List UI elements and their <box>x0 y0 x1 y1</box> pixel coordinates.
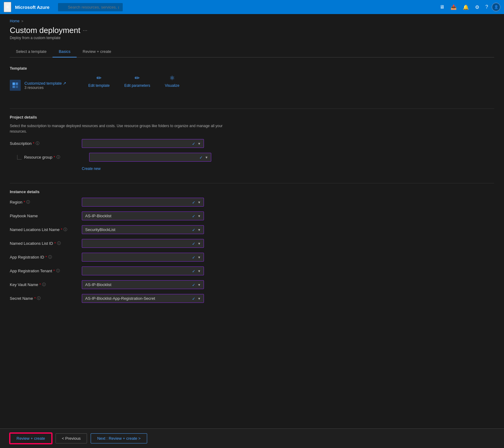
named-locations-list-id-select-wrap: ✓ ▼ <box>82 239 204 248</box>
template-section-label: Template <box>10 66 494 71</box>
resource-group-required: * <box>54 155 55 160</box>
search-input[interactable] <box>58 3 123 11</box>
brand-name: Microsoft Azure <box>15 5 49 10</box>
region-required: * <box>24 200 25 204</box>
help-icon-button[interactable]: ? <box>483 2 491 12</box>
named-locations-list-name-select-wrap: SecurityBlockList ✓ ▼ <box>82 225 204 234</box>
named-locations-list-id-select[interactable] <box>82 239 204 248</box>
visualize-button[interactable]: ⚛ Visualize <box>165 74 179 88</box>
visualize-icon: ⚛ <box>169 74 175 82</box>
svg-rect-2 <box>13 86 15 88</box>
key-vault-name-select[interactable]: AS-IP-Blocklist <box>82 280 204 289</box>
app-reg-tenant-info-icon[interactable]: ⓘ <box>56 268 60 274</box>
named-locations-list-id-row: Named Locations List ID * ⓘ ✓ ▼ <box>10 239 494 248</box>
subscription-info-icon[interactable]: ⓘ <box>36 141 39 146</box>
edit-parameters-label: Edit parameters <box>124 83 150 88</box>
create-new-link[interactable]: Create new <box>82 167 494 171</box>
breadcrumb: Home > <box>10 19 494 23</box>
key-vault-name-label: Key Vault Name * ⓘ <box>10 282 77 287</box>
secret-name-info-icon[interactable]: ⓘ <box>37 296 41 301</box>
breadcrumb-separator: > <box>21 19 23 23</box>
playbook-name-select[interactable]: AS-IP-Blocklist <box>82 211 204 220</box>
secret-name-select[interactable]: AS-IP-Blocklist-App-Registration-Secret <box>82 294 204 303</box>
app-registration-tenant-label: App Registration Tenant * ⓘ <box>10 268 77 274</box>
named-locations-id-required: * <box>54 241 56 246</box>
tab-basics[interactable]: Basics <box>53 46 76 57</box>
review-create-button[interactable]: Review + create <box>10 433 52 444</box>
tab-review-create[interactable]: Review + create <box>77 46 118 57</box>
divider-2 <box>10 183 494 183</box>
hamburger-button[interactable]: ≡ <box>4 2 11 12</box>
bell-icon-button[interactable]: 🔔 <box>460 2 471 12</box>
page-header: Custom deployment ··· Deploy from a cust… <box>10 26 494 40</box>
named-locations-list-name-label: Named Locations List Name * ⓘ <box>10 227 77 232</box>
region-select[interactable] <box>82 198 204 207</box>
bottom-bar: Review + create < Previous Next : Review… <box>0 428 504 448</box>
template-icon <box>10 80 21 91</box>
previous-button[interactable]: < Previous <box>56 433 87 443</box>
resource-group-label: Resource group * ⓘ <box>17 155 84 160</box>
app-reg-id-info-icon[interactable]: ⓘ <box>48 255 52 260</box>
template-resources: 3 resources <box>24 86 66 90</box>
resource-group-select[interactable] <box>89 153 211 162</box>
topnav-icons: 🖥 📥 🔔 ⚙ ? 👤 <box>437 2 500 12</box>
page-title: Custom deployment <box>10 26 80 35</box>
app-registration-id-row: App Registration ID * ⓘ ✓ ▼ <box>10 253 494 262</box>
topnav: ≡ Microsoft Azure 🔍 🖥 📥 🔔 ⚙ ? 👤 <box>0 0 504 14</box>
project-details-label: Project details <box>10 115 494 119</box>
monitor-icon-button[interactable]: 🖥 <box>437 2 447 12</box>
tab-select-template[interactable]: Select a template <box>10 46 53 57</box>
app-registration-tenant-row: App Registration Tenant * ⓘ ✓ ▼ <box>10 266 494 275</box>
named-locations-list-name-select[interactable]: SecurityBlockList <box>82 225 204 234</box>
template-card: Customized template ↗ 3 resources ✏ Edit… <box>10 74 494 96</box>
page-options-button[interactable]: ··· <box>83 27 87 34</box>
edit-parameters-icon: ✏ <box>135 74 140 82</box>
resource-group-select-wrap: ✓ ▼ <box>89 153 211 162</box>
named-locations-info-icon[interactable]: ⓘ <box>63 227 67 232</box>
app-registration-tenant-select[interactable] <box>82 266 204 275</box>
subscription-label: Subscription * ⓘ <box>10 141 77 146</box>
edit-parameters-button[interactable]: ✏ Edit parameters <box>124 74 150 88</box>
edit-template-button[interactable]: ✏ Edit template <box>88 74 110 88</box>
secret-name-required: * <box>34 296 36 301</box>
breadcrumb-home[interactable]: Home <box>10 19 20 23</box>
region-row: Region * ⓘ ✓ ▼ <box>10 198 494 207</box>
main-content: Home > Custom deployment ··· Deploy from… <box>0 14 504 308</box>
region-info-icon[interactable]: ⓘ <box>26 200 30 205</box>
project-details-desc: Select the subscription to manage deploy… <box>10 123 223 134</box>
resource-group-info-icon[interactable]: ⓘ <box>56 155 60 160</box>
secret-name-label: Secret Name * ⓘ <box>10 296 77 301</box>
visualize-label: Visualize <box>165 83 179 88</box>
instance-details-label: Instance details <box>10 189 494 194</box>
edit-template-label: Edit template <box>88 83 110 88</box>
subscription-select-wrap: ✓ ▼ <box>82 139 204 148</box>
named-locations-list-id-label: Named Locations List ID * ⓘ <box>10 241 77 246</box>
divider-1 <box>10 108 494 109</box>
secret-name-row: Secret Name * ⓘ AS-IP-Blocklist-App-Regi… <box>10 294 494 303</box>
playbook-name-select-wrap: AS-IP-Blocklist ✓ ▼ <box>82 211 204 220</box>
next-button[interactable]: Next : Review + create > <box>91 433 147 443</box>
template-name-link[interactable]: Customized template ↗ <box>24 81 66 86</box>
subscription-required: * <box>33 141 34 146</box>
avatar[interactable]: 👤 <box>492 3 500 11</box>
key-vault-name-row: Key Vault Name * ⓘ AS-IP-Blocklist ✓ ▼ <box>10 280 494 289</box>
named-locations-list-name-row: Named Locations List Name * ⓘ SecurityBl… <box>10 225 494 234</box>
key-vault-required: * <box>39 282 41 287</box>
app-registration-id-select[interactable] <box>82 253 204 262</box>
app-registration-id-label: App Registration ID * ⓘ <box>10 255 77 260</box>
settings-icon-button[interactable]: ⚙ <box>473 2 482 12</box>
named-locations-id-info-icon[interactable]: ⓘ <box>57 241 61 246</box>
app-registration-id-select-wrap: ✓ ▼ <box>82 253 204 262</box>
secret-name-select-wrap: AS-IP-Blocklist-App-Registration-Secret … <box>82 294 204 303</box>
key-vault-info-icon[interactable]: ⓘ <box>42 282 46 287</box>
download-icon-button[interactable]: 📥 <box>448 2 459 12</box>
svg-rect-3 <box>16 86 18 88</box>
region-label: Region * ⓘ <box>10 200 77 205</box>
subscription-row: Subscription * ⓘ ✓ ▼ <box>10 139 494 148</box>
edit-template-icon: ✏ <box>96 74 102 82</box>
svg-rect-1 <box>16 83 18 85</box>
app-reg-tenant-required: * <box>53 269 55 273</box>
subscription-select[interactable] <box>82 139 204 148</box>
app-registration-tenant-select-wrap: ✓ ▼ <box>82 266 204 275</box>
playbook-name-label: Playbook Name <box>10 214 77 218</box>
